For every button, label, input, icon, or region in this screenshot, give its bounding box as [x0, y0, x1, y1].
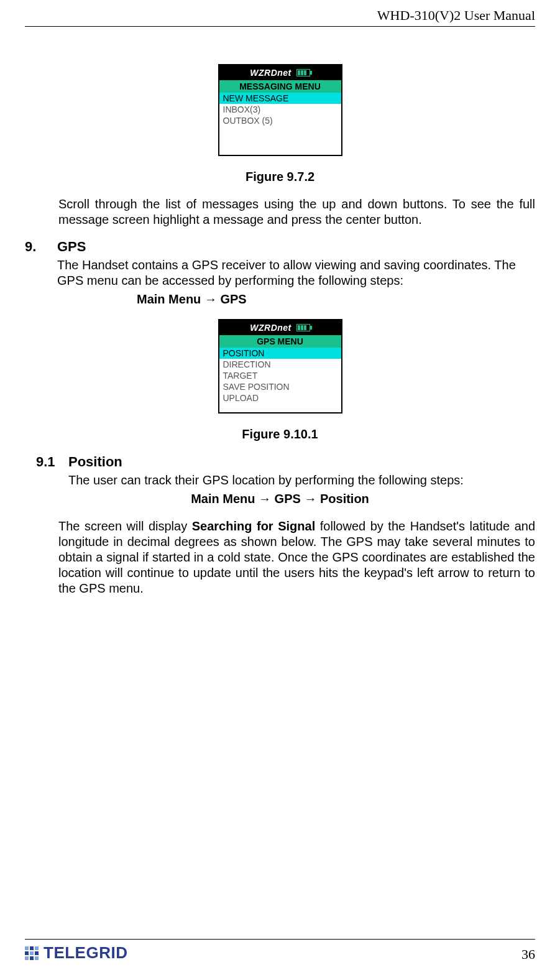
phone-menu-item: INBOX(3): [219, 104, 341, 115]
phone-menu-item: POSITION: [219, 348, 341, 359]
phone-status-bar: WZRDnet: [219, 320, 341, 335]
subsection-number: 9.1: [36, 454, 58, 488]
page-footer: TELEGRID 36: [25, 939, 535, 963]
phone-padding: [219, 404, 341, 411]
phone-brand: WZRDnet: [250, 68, 291, 78]
battery-icon: [296, 69, 310, 76]
footer-rule: [25, 939, 535, 940]
figure-caption: Figure 9.7.2: [25, 170, 535, 184]
subsection-paragraph: The user can track their GPS location by…: [68, 473, 535, 488]
phone-menu-item: OUTBOX (5): [219, 115, 341, 126]
figure-caption: Figure 9.10.1: [25, 427, 535, 441]
phone-padding: [219, 126, 341, 154]
navigation-path: Main Menu → GPS → Position: [25, 492, 535, 506]
telegrid-logo: TELEGRID: [25, 943, 127, 963]
phone-menu-title: GPS MENU: [219, 335, 341, 348]
section-paragraph: The Handset contains a GPS receiver to a…: [57, 257, 535, 289]
header-rule: [25, 26, 535, 27]
page-number: 36: [521, 946, 535, 963]
logo-text: TELEGRID: [44, 943, 127, 963]
battery-icon: [296, 324, 310, 331]
phone-screenshot-messaging: WZRDnet MESSAGING MENU NEW MESSAGE INBOX…: [218, 64, 342, 156]
phone-menu-item: UPLOAD: [219, 392, 341, 404]
section-title: GPS: [57, 239, 535, 255]
section-number: 9.: [25, 239, 47, 289]
logo-grid-icon: [25, 946, 39, 960]
section-heading: 9. GPS The Handset contains a GPS receiv…: [25, 239, 535, 289]
phone-menu-item: SAVE POSITION: [219, 381, 341, 392]
phone-status-bar: WZRDnet: [219, 65, 341, 80]
text-run: The screen will display: [58, 519, 192, 533]
navigation-path: Main Menu → GPS: [137, 292, 535, 307]
phone-menu-item: DIRECTION: [219, 359, 341, 370]
body-paragraph: The screen will display Searching for Si…: [58, 519, 535, 596]
phone-screenshot-gps: WZRDnet GPS MENU POSITION DIRECTION TARG…: [218, 319, 342, 414]
phone-menu-item: TARGET: [219, 370, 341, 381]
phone-menu-item: NEW MESSAGE: [219, 93, 341, 104]
phone-brand: WZRDnet: [250, 323, 291, 333]
phone-menu-title: MESSAGING MENU: [219, 80, 341, 93]
bold-text: Searching for Signal: [192, 519, 315, 533]
subsection-title: Position: [68, 454, 535, 470]
body-paragraph: Scroll through the list of messages usin…: [58, 196, 535, 228]
subsection-heading: 9.1 Position The user can track their GP…: [36, 454, 535, 488]
document-header: WHD-310(V)2 User Manual: [25, 7, 535, 26]
